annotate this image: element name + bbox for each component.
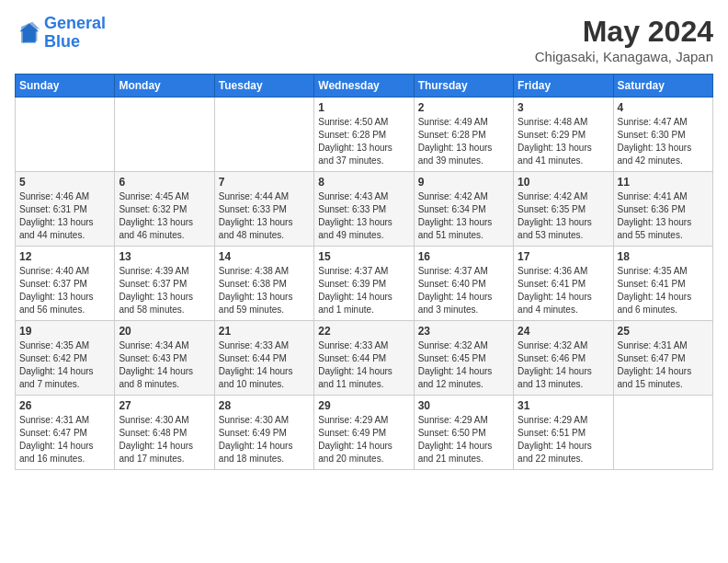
- calendar-cell: 22Sunrise: 4:33 AM Sunset: 6:44 PM Dayli…: [314, 321, 414, 396]
- day-number: 26: [19, 399, 110, 412]
- calendar-cell: 2Sunrise: 4:49 AM Sunset: 6:28 PM Daylig…: [414, 98, 513, 172]
- logo-blue: Blue: [44, 32, 80, 51]
- calendar-cell: 14Sunrise: 4:38 AM Sunset: 6:38 PM Dayli…: [214, 247, 313, 321]
- day-number: 12: [19, 250, 110, 263]
- day-number: 24: [518, 325, 609, 338]
- day-info: Sunrise: 4:42 AM Sunset: 6:35 PM Dayligh…: [518, 190, 609, 242]
- day-number: 25: [618, 325, 709, 338]
- day-info: Sunrise: 4:29 AM Sunset: 6:51 PM Dayligh…: [518, 414, 609, 465]
- day-number: 7: [219, 176, 310, 189]
- day-number: 3: [518, 101, 609, 114]
- day-header-saturday: Saturday: [613, 75, 712, 98]
- day-number: 22: [318, 325, 409, 338]
- logo-icon: [15, 20, 40, 46]
- month-title: May 2024: [535, 15, 713, 49]
- week-row-5: 26Sunrise: 4:31 AM Sunset: 6:47 PM Dayli…: [16, 396, 713, 470]
- day-header-monday: Monday: [115, 75, 214, 98]
- day-info: Sunrise: 4:33 AM Sunset: 6:44 PM Dayligh…: [318, 339, 409, 391]
- day-info: Sunrise: 4:50 AM Sunset: 6:28 PM Dayligh…: [318, 116, 409, 167]
- day-number: 21: [219, 325, 310, 338]
- day-number: 17: [518, 250, 609, 263]
- calendar-cell: 28Sunrise: 4:30 AM Sunset: 6:49 PM Dayli…: [214, 396, 313, 470]
- calendar-cell: 8Sunrise: 4:43 AM Sunset: 6:33 PM Daylig…: [314, 172, 414, 247]
- calendar-cell: 17Sunrise: 4:36 AM Sunset: 6:41 PM Dayli…: [514, 247, 613, 321]
- calendar-cell: 9Sunrise: 4:42 AM Sunset: 6:34 PM Daylig…: [414, 172, 513, 247]
- day-number: 18: [618, 250, 709, 263]
- day-info: Sunrise: 4:37 AM Sunset: 6:39 PM Dayligh…: [318, 265, 409, 316]
- calendar-cell: 12Sunrise: 4:40 AM Sunset: 6:37 PM Dayli…: [16, 247, 115, 321]
- day-info: Sunrise: 4:38 AM Sunset: 6:38 PM Dayligh…: [219, 265, 310, 316]
- calendar-cell: [613, 396, 712, 470]
- day-number: 5: [19, 176, 110, 189]
- week-row-2: 5Sunrise: 4:46 AM Sunset: 6:31 PM Daylig…: [16, 172, 713, 247]
- day-info: Sunrise: 4:47 AM Sunset: 6:30 PM Dayligh…: [618, 116, 709, 167]
- day-number: 19: [19, 325, 110, 338]
- day-number: 9: [418, 176, 509, 189]
- page-header: General Blue May 2024 Chigasaki, Kanagaw…: [15, 15, 713, 64]
- calendar-cell: 10Sunrise: 4:42 AM Sunset: 6:35 PM Dayli…: [514, 172, 613, 247]
- day-info: Sunrise: 4:39 AM Sunset: 6:37 PM Dayligh…: [119, 265, 210, 316]
- day-number: 15: [318, 250, 409, 263]
- day-info: Sunrise: 4:31 AM Sunset: 6:47 PM Dayligh…: [618, 339, 709, 391]
- calendar-cell: 19Sunrise: 4:35 AM Sunset: 6:42 PM Dayli…: [16, 321, 115, 396]
- calendar-cell: 27Sunrise: 4:30 AM Sunset: 6:48 PM Dayli…: [115, 396, 214, 470]
- day-info: Sunrise: 4:30 AM Sunset: 6:49 PM Dayligh…: [219, 414, 310, 465]
- calendar-cell: 4Sunrise: 4:47 AM Sunset: 6:30 PM Daylig…: [613, 98, 712, 172]
- day-number: 23: [418, 325, 509, 338]
- day-info: Sunrise: 4:43 AM Sunset: 6:33 PM Dayligh…: [318, 190, 409, 242]
- day-number: 20: [119, 325, 210, 338]
- week-row-3: 12Sunrise: 4:40 AM Sunset: 6:37 PM Dayli…: [16, 247, 713, 321]
- calendar-cell: 3Sunrise: 4:48 AM Sunset: 6:29 PM Daylig…: [514, 98, 613, 172]
- day-number: 8: [318, 176, 409, 189]
- day-info: Sunrise: 4:49 AM Sunset: 6:28 PM Dayligh…: [418, 116, 509, 167]
- calendar-cell: [214, 98, 313, 172]
- calendar-cell: 11Sunrise: 4:41 AM Sunset: 6:36 PM Dayli…: [613, 172, 712, 247]
- logo-text: General Blue: [44, 15, 106, 52]
- calendar-cell: 15Sunrise: 4:37 AM Sunset: 6:39 PM Dayli…: [314, 247, 414, 321]
- day-header-friday: Friday: [514, 75, 613, 98]
- location-subtitle: Chigasaki, Kanagawa, Japan: [535, 49, 713, 64]
- calendar-cell: 20Sunrise: 4:34 AM Sunset: 6:43 PM Dayli…: [115, 321, 214, 396]
- day-number: 1: [318, 101, 409, 114]
- day-info: Sunrise: 4:35 AM Sunset: 6:42 PM Dayligh…: [19, 339, 110, 391]
- day-info: Sunrise: 4:40 AM Sunset: 6:37 PM Dayligh…: [19, 265, 110, 316]
- day-info: Sunrise: 4:31 AM Sunset: 6:47 PM Dayligh…: [19, 414, 110, 465]
- title-block: May 2024 Chigasaki, Kanagawa, Japan: [535, 15, 713, 64]
- day-number: 31: [518, 399, 609, 412]
- day-info: Sunrise: 4:32 AM Sunset: 6:46 PM Dayligh…: [518, 339, 609, 391]
- day-info: Sunrise: 4:48 AM Sunset: 6:29 PM Dayligh…: [518, 116, 609, 167]
- day-number: 2: [418, 101, 509, 114]
- day-number: 16: [418, 250, 509, 263]
- day-number: 10: [518, 176, 609, 189]
- day-number: 28: [219, 399, 310, 412]
- calendar-cell: 23Sunrise: 4:32 AM Sunset: 6:45 PM Dayli…: [414, 321, 513, 396]
- day-header-tuesday: Tuesday: [214, 75, 313, 98]
- logo: General Blue: [15, 15, 106, 52]
- day-number: 27: [119, 399, 210, 412]
- day-info: Sunrise: 4:33 AM Sunset: 6:44 PM Dayligh…: [219, 339, 310, 391]
- day-info: Sunrise: 4:36 AM Sunset: 6:41 PM Dayligh…: [518, 265, 609, 316]
- week-row-1: 1Sunrise: 4:50 AM Sunset: 6:28 PM Daylig…: [16, 98, 713, 172]
- calendar-cell: 1Sunrise: 4:50 AM Sunset: 6:28 PM Daylig…: [314, 98, 414, 172]
- calendar-cell: 21Sunrise: 4:33 AM Sunset: 6:44 PM Dayli…: [214, 321, 313, 396]
- day-info: Sunrise: 4:42 AM Sunset: 6:34 PM Dayligh…: [418, 190, 509, 242]
- calendar-cell: 29Sunrise: 4:29 AM Sunset: 6:49 PM Dayli…: [314, 396, 414, 470]
- calendar-cell: 30Sunrise: 4:29 AM Sunset: 6:50 PM Dayli…: [414, 396, 513, 470]
- week-row-4: 19Sunrise: 4:35 AM Sunset: 6:42 PM Dayli…: [16, 321, 713, 396]
- calendar-cell: 7Sunrise: 4:44 AM Sunset: 6:33 PM Daylig…: [214, 172, 313, 247]
- day-header-wednesday: Wednesday: [314, 75, 414, 98]
- day-info: Sunrise: 4:44 AM Sunset: 6:33 PM Dayligh…: [219, 190, 310, 242]
- calendar-body: 1Sunrise: 4:50 AM Sunset: 6:28 PM Daylig…: [16, 98, 713, 470]
- day-info: Sunrise: 4:41 AM Sunset: 6:36 PM Dayligh…: [618, 190, 709, 242]
- logo-general: General: [44, 14, 106, 32]
- day-number: 4: [618, 101, 709, 114]
- day-number: 13: [119, 250, 210, 263]
- day-number: 11: [618, 176, 709, 189]
- svg-marker-1: [21, 22, 40, 43]
- day-number: 14: [219, 250, 310, 263]
- calendar-cell: 26Sunrise: 4:31 AM Sunset: 6:47 PM Dayli…: [16, 396, 115, 470]
- day-info: Sunrise: 4:34 AM Sunset: 6:43 PM Dayligh…: [119, 339, 210, 391]
- day-info: Sunrise: 4:35 AM Sunset: 6:41 PM Dayligh…: [618, 265, 709, 316]
- day-number: 30: [418, 399, 509, 412]
- day-number: 29: [318, 399, 409, 412]
